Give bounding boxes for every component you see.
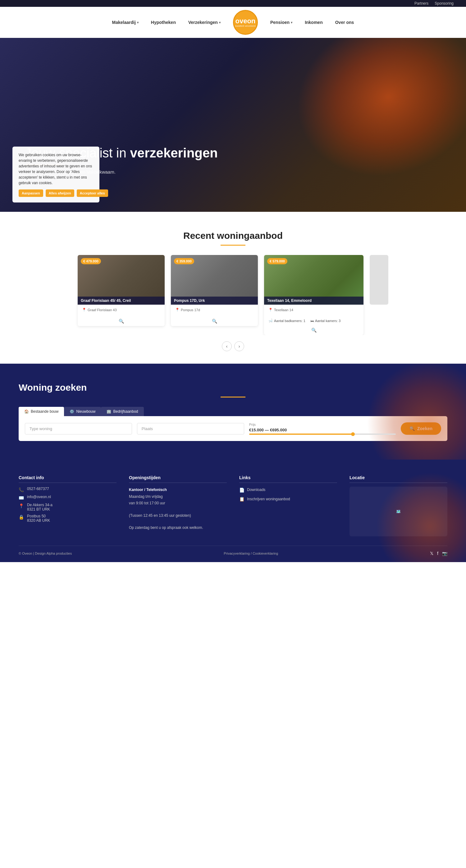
property-price-badge: € 359.000 [174, 258, 194, 264]
location-icon: 📍 [268, 308, 273, 312]
footer-address: 📍 De Akkers 34-a8321 BT URK [19, 503, 117, 512]
footer-contact-title: Contact info [19, 475, 117, 483]
price-slider-handle[interactable] [351, 432, 355, 436]
property-name-overlay: Graaf Florislaan 45/ 45, Creil [78, 297, 165, 305]
postbox-icon: 🔒 [19, 515, 24, 520]
property-price-badge: € 479.000 [81, 258, 101, 264]
property-card-body: 📍 Pompus 17d [171, 305, 258, 316]
cookie-adjust-button[interactable]: Aanpassen [19, 189, 43, 197]
place-select[interactable]: Plaats [137, 423, 244, 434]
building-icon: 🏢 [107, 409, 111, 414]
main-nav: Makelaardij ▾ Hypotheken Verzekeringen ▾… [0, 7, 466, 38]
property-image: € 359.000 Pompus 17D, Urk [171, 255, 258, 305]
cookie-decline-button[interactable]: Alles afwijzen [46, 189, 74, 197]
logo-text: oveon [235, 18, 255, 25]
search-blob [367, 364, 466, 460]
nav-makelaardij[interactable]: Makelaardij ▾ [112, 20, 139, 25]
property-card: € 359.000 Pompus 17D, Urk 📍 Pompus 17d 🔍 [171, 255, 258, 326]
chevron-down-icon: ▾ [137, 21, 139, 24]
footer-links-col: Links 📄 Downloads 📋 Inschrijven woningaa… [239, 475, 337, 536]
nav-over-ons[interactable]: Over ons [335, 20, 354, 25]
footer: Contact info 📞 0527-687377 ✉️ info@oveon… [0, 460, 466, 562]
rooms-icon: 🛏 [310, 319, 314, 323]
location-icon: 📍 [175, 308, 180, 312]
recent-section-title: Recent woningaanbod [19, 230, 447, 241]
recent-section: Recent woningaanbod € 479.000 Graaf Flor… [0, 212, 466, 364]
cookie-accept-button[interactable]: Accepteer alles [77, 189, 108, 197]
price-slider[interactable] [249, 434, 396, 435]
carousel-navigation: ‹ › [19, 341, 447, 351]
tab-bedrijfsaanbod[interactable]: 🏢 Bedrijfsaanbod [101, 407, 144, 416]
phone-icon: 📞 [19, 487, 24, 492]
cookie-banner: We gebruiken cookies om uw browse-ervari… [12, 147, 99, 203]
footer-bottom: © Oveon | Design Alpha producties Privac… [19, 546, 447, 556]
property-price-badge: € 579.000 [267, 258, 287, 264]
nav-verzekeringen[interactable]: Verzekeringen ▾ [188, 20, 221, 25]
hours-text2: van 9:00 tot 17:00 uur [129, 500, 227, 507]
location-icon: 📍 [82, 308, 86, 312]
footer-link-register: 📋 Inschrijven woningaanbod [239, 496, 337, 503]
footer-email: ✉️ info@oveon.nl [19, 495, 117, 500]
location-pin-icon: 📍 [19, 503, 24, 508]
copyright-text: © Oveon | Design Alpha producties [19, 552, 72, 555]
nav-pensioen[interactable]: Pensioen ▾ [270, 20, 292, 25]
hours-text3: (Tussen 12:45 en 13:45 uur gesloten) [129, 513, 227, 519]
recent-divider [221, 245, 245, 246]
map-placeholder: 🗺️ [349, 487, 447, 536]
hours-text4: Op zaterdag bent u op afspraak ook welko… [129, 525, 227, 531]
sponsoring-link[interactable]: Sponsoring [435, 1, 454, 6]
bath-icon: 🛁 [268, 319, 273, 323]
property-card-body: 📍 Graaf Florislaan 43 [78, 305, 165, 316]
footer-hours-title: Openingstijden [129, 475, 227, 483]
property-card-partial [370, 255, 388, 305]
download-icon: 📄 [239, 488, 244, 493]
property-card: € 579.000 Texellaan 14, Emmeloord 📍 Texe… [264, 255, 363, 335]
email-icon: ✉️ [19, 495, 24, 500]
property-image: € 579.000 Texellaan 14, Emmeloord [264, 255, 363, 305]
property-zoom[interactable]: 🔍 [78, 316, 165, 326]
footer-hours-col: Openingstijden Kantoor / Telefonisch Maa… [129, 475, 227, 536]
property-zoom[interactable]: 🔍 [171, 316, 258, 326]
map-icon: 🗺️ [396, 509, 401, 514]
property-address: 📍 Graaf Florislaan 43 [82, 308, 160, 312]
tab-nieuwbouw[interactable]: ⚙️ Nieuwbouw [64, 407, 101, 416]
register-link[interactable]: Inschrijven woningaanbod [247, 496, 290, 503]
footer-location-col: Locatie 🗺️ [349, 475, 447, 536]
privacy-link[interactable]: Privacyverklaring / Cookieverklaring [224, 552, 278, 555]
search-section: Woning zoeken 🏠 Bestaande bouw ⚙️ Nieuwb… [0, 364, 466, 460]
footer-social: 𝕏 f 📷 [430, 551, 447, 556]
carousel-prev-button[interactable]: ‹ [222, 341, 232, 351]
downloads-link[interactable]: Downloads [247, 487, 265, 493]
cookie-text: We gebruiken cookies om uw browse-ervari… [19, 152, 93, 186]
facebook-icon[interactable]: f [437, 551, 438, 556]
property-address: 📍 Pompus 17d [175, 308, 254, 312]
instagram-icon[interactable]: 📷 [442, 551, 447, 556]
footer-postbox: 🔒 Postbus 508320 AB URK [19, 514, 117, 523]
footer-links-title: Links [239, 475, 337, 483]
property-name-overlay: Pompus 17D, Urk [171, 297, 258, 305]
chevron-down-icon: ▾ [291, 21, 292, 24]
property-type-select[interactable]: Type woning [25, 423, 132, 434]
logo-sub: kwaliteit verzekerd [235, 25, 256, 27]
property-carousel: € 479.000 Graaf Florislaan 45/ 45, Creil… [19, 255, 447, 335]
tab-bestaande-bouw[interactable]: 🏠 Bestaande bouw [19, 407, 64, 416]
partners-link[interactable]: Partners [414, 1, 429, 6]
register-icon: 📋 [239, 497, 244, 501]
top-bar: Partners Sponsoring [0, 0, 466, 7]
gear-icon: ⚙️ [69, 409, 74, 414]
nav-inkomen[interactable]: Inkomen [305, 20, 323, 25]
site-logo[interactable]: oveon kwaliteit verzekerd [233, 10, 258, 35]
cookie-buttons: Aanpassen Alles afwijzen Accepteer alles [19, 189, 93, 197]
property-zoom[interactable]: 🔍 [264, 325, 363, 335]
footer-grid: Contact info 📞 0527-687377 ✉️ info@oveon… [19, 475, 447, 536]
carousel-next-button[interactable]: › [234, 341, 244, 351]
hero-section: Jouw specialist in verzekeringen er. Ver… [0, 38, 466, 212]
nav-hypotheken[interactable]: Hypotheken [151, 20, 176, 25]
property-image: € 479.000 Graaf Florislaan 45/ 45, Creil [78, 255, 165, 305]
twitter-icon[interactable]: 𝕏 [430, 551, 433, 556]
hours-text1: Maandag t/m vrijdag [129, 493, 227, 500]
property-name-overlay: Texellaan 14, Emmeloord [264, 297, 363, 305]
chevron-down-icon: ▾ [219, 21, 221, 24]
house-icon: 🏠 [24, 409, 29, 414]
property-card: € 479.000 Graaf Florislaan 45/ 45, Creil… [78, 255, 165, 326]
